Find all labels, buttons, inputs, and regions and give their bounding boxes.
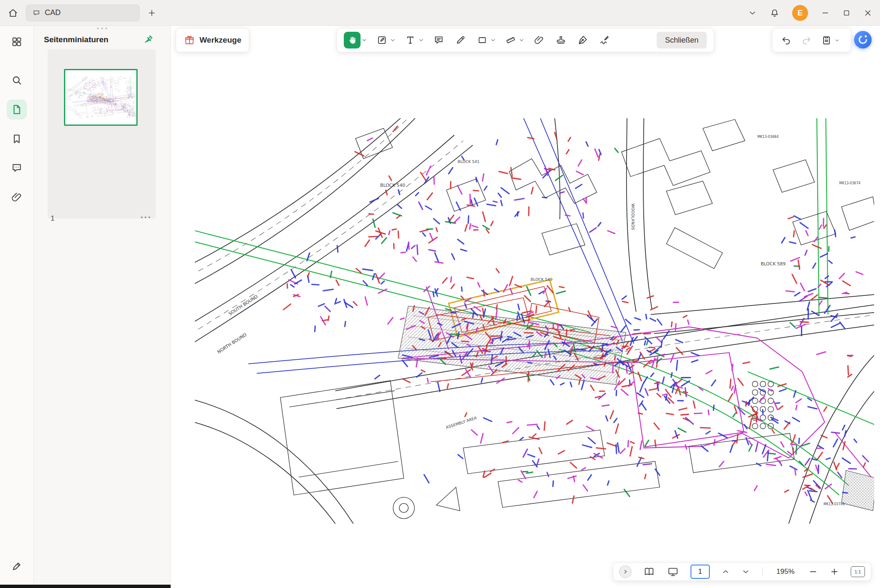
comments-icon [11, 162, 23, 174]
pdf-app-window: CAD E [0, 0, 880, 588]
hand-tool-button[interactable] [344, 32, 361, 48]
notifications-button[interactable] [770, 8, 780, 18]
sidebar-item-apps[interactable] [7, 32, 27, 52]
svg-text:ASSEMBLY AREA: ASSEMBLY AREA [445, 415, 478, 430]
actual-size-label: 1:1 [854, 569, 861, 574]
panel-drag-handle[interactable] [34, 28, 170, 29]
shape-tool-dropdown[interactable] [490, 37, 496, 43]
close-icon [863, 8, 872, 18]
home-icon [8, 8, 18, 18]
apps-grid-icon [11, 36, 23, 48]
document-canvas[interactable]: SOUTH BOUNDNORTH BOUNDBLOCK 540BLOCK 541… [171, 26, 880, 585]
text-tool-dropdown[interactable] [418, 37, 424, 43]
svg-text:MK13-03684: MK13-03684 [757, 135, 779, 139]
redo-icon [801, 35, 812, 46]
attachment-tool-button[interactable] [532, 32, 546, 48]
cad-drawing[interactable]: SOUTH BOUNDNORTH BOUNDBLOCK 540BLOCK 541… [195, 118, 874, 524]
rectangle-shape-icon [477, 35, 488, 46]
sidebar-item-comments[interactable] [7, 158, 27, 178]
svg-text:BLOCK 589: BLOCK 589 [761, 261, 786, 267]
shape-tool-button[interactable] [475, 32, 489, 48]
home-button[interactable] [8, 8, 18, 18]
page-navigation-bar: 1 195% 1:1 [613, 563, 871, 581]
expand-bar-button[interactable] [619, 565, 632, 578]
ai-assistant-button[interactable] [854, 31, 872, 48]
previous-page-button[interactable] [721, 568, 730, 576]
next-page-button[interactable] [742, 568, 750, 576]
zoom-in-button[interactable] [830, 567, 839, 576]
clipboard-icon [821, 35, 832, 46]
marker-pen-icon [455, 35, 466, 46]
measure-tool-button[interactable] [504, 32, 518, 48]
redo-button[interactable] [799, 32, 813, 48]
maximize-button[interactable] [842, 9, 851, 17]
chevron-down-icon [361, 37, 367, 43]
svg-text:BLOCK 541: BLOCK 541 [458, 159, 479, 164]
thumbnails-panel: Seitenminiaturen 1 [34, 26, 171, 585]
cad-drawing-svg: SOUTH BOUNDNORTH BOUNDBLOCK 540BLOCK 541… [195, 118, 874, 524]
document-tab[interactable]: CAD [26, 5, 140, 21]
sidebar-item-attachments[interactable] [7, 187, 27, 207]
user-avatar[interactable]: E [792, 5, 808, 21]
pen-tool-button[interactable] [453, 32, 468, 48]
zoom-level: 195% [774, 568, 797, 576]
signature-tool-button[interactable] [576, 32, 590, 48]
left-icon-rail [0, 26, 34, 585]
minimize-button[interactable] [821, 8, 830, 18]
edit-tool-dropdown[interactable] [390, 37, 396, 43]
sidebar-item-thumbnails[interactable] [7, 99, 27, 120]
ruler-icon [505, 35, 516, 46]
document-page-icon [11, 104, 23, 115]
pin-icon [143, 34, 153, 44]
svg-text:BLOCK 540: BLOCK 540 [380, 183, 405, 188]
titlebar: CAD E [0, 0, 880, 26]
pin-panel-button[interactable] [143, 34, 153, 44]
stamp-tool-button[interactable] [554, 32, 568, 48]
sidebar-item-signature[interactable] [7, 556, 27, 576]
chevron-down-icon [490, 37, 496, 43]
close-toolbar-label: Schließen [665, 36, 698, 45]
zoom-out-button[interactable] [808, 567, 818, 576]
page-number-input[interactable]: 1 [691, 565, 710, 579]
hand-icon [347, 35, 357, 45]
divider [762, 567, 762, 576]
page-layout-button[interactable] [643, 566, 655, 578]
clipboard-dropdown[interactable] [834, 38, 840, 43]
thumbnail-more-button[interactable] [141, 216, 150, 218]
text-icon [405, 35, 416, 46]
chevron-down-icon [742, 568, 750, 576]
edit-tool-button[interactable] [375, 32, 389, 48]
tab-label: CAD [45, 8, 61, 17]
clipboard-button[interactable] [819, 32, 834, 48]
hand-tool-dropdown[interactable] [361, 37, 367, 43]
presentation-screen-icon [667, 566, 679, 578]
window-bottom-edge [0, 585, 171, 588]
minus-icon [808, 567, 818, 576]
panel-title: Seitenminiaturen [44, 35, 108, 44]
text-tool-button[interactable] [403, 32, 417, 48]
actual-size-button[interactable]: 1:1 [851, 566, 865, 577]
close-window-button[interactable] [863, 8, 872, 18]
chat-bubble-icon [32, 9, 41, 17]
toolbar-collapse-button[interactable] [748, 8, 757, 18]
esignature-tool-button[interactable] [597, 32, 611, 48]
comment-icon [433, 35, 444, 46]
measure-tool-dropdown[interactable] [519, 37, 524, 43]
new-tab-button[interactable] [147, 8, 156, 18]
bookmark-icon [11, 133, 23, 145]
signature-pen-icon [11, 560, 23, 572]
svg-text:MK13-03746: MK13-03746 [824, 502, 845, 506]
svg-text:NORTH BOUND: NORTH BOUND [216, 332, 248, 355]
stamp-icon [555, 35, 566, 46]
svg-text:SOUTH BOUND: SOUTH BOUND [228, 294, 259, 317]
sidebar-item-search[interactable] [7, 70, 27, 90]
sidebar-item-bookmarks[interactable] [7, 129, 27, 149]
tools-menu-button[interactable]: Werkzeuge [176, 28, 249, 52]
close-toolbar-button[interactable]: Schließen [657, 32, 707, 48]
presentation-mode-button[interactable] [667, 566, 679, 578]
svg-text:MK13-03674: MK13-03674 [839, 181, 861, 185]
undo-button[interactable] [779, 32, 793, 48]
comment-tool-button[interactable] [432, 32, 446, 48]
page-thumbnail-1[interactable] [64, 69, 138, 126]
chevron-right-icon [622, 568, 629, 575]
